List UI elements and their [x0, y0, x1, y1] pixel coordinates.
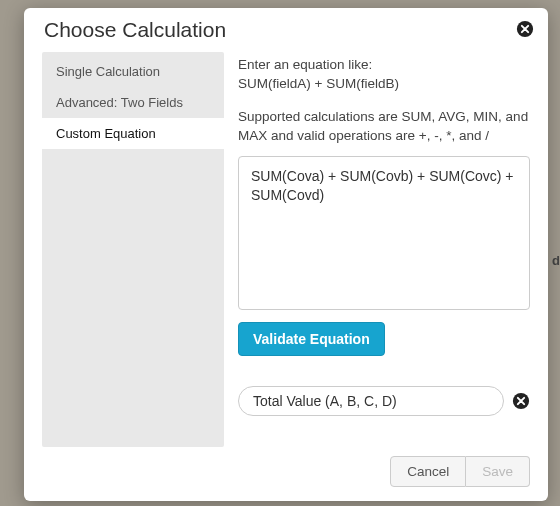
- dialog-body: Single Calculation Advanced: Two Fields …: [24, 52, 548, 446]
- calculation-type-sidebar: Single Calculation Advanced: Two Fields …: [42, 52, 224, 447]
- save-button: Save: [466, 456, 530, 487]
- calculation-label-input[interactable]: [238, 386, 504, 416]
- sidebar-item-advanced-two-fields[interactable]: Advanced: Two Fields: [42, 87, 224, 118]
- sidebar-item-label: Single Calculation: [56, 64, 160, 79]
- choose-calculation-dialog: Choose Calculation Single Calculation Ad…: [24, 8, 548, 501]
- instruction-text: Enter an equation like: SUM(fieldA) + SU…: [238, 56, 530, 94]
- instruction-line1: Enter an equation like:: [238, 57, 372, 72]
- close-icon: [512, 392, 530, 410]
- sidebar-item-custom-equation[interactable]: Custom Equation: [42, 118, 224, 149]
- instruction-line2: SUM(fieldA) + SUM(fieldB): [238, 76, 399, 91]
- supported-text: Supported calculations are SUM, AVG, MIN…: [238, 108, 530, 146]
- validate-equation-button[interactable]: Validate Equation: [238, 322, 385, 356]
- clear-label-button[interactable]: [512, 392, 530, 410]
- dialog-footer: Cancel Save: [24, 446, 548, 501]
- close-button[interactable]: [516, 20, 534, 38]
- equation-input[interactable]: [238, 156, 530, 310]
- sidebar-item-label: Custom Equation: [56, 126, 156, 141]
- dialog-title: Choose Calculation: [44, 18, 528, 42]
- dialog-header: Choose Calculation: [24, 8, 548, 52]
- close-icon: [516, 20, 534, 38]
- main-panel: Enter an equation like: SUM(fieldA) + SU…: [238, 52, 530, 446]
- sidebar-item-single-calculation[interactable]: Single Calculation: [42, 56, 224, 87]
- sidebar-item-label: Advanced: Two Fields: [56, 95, 183, 110]
- backdrop-text: d: [552, 253, 560, 268]
- cancel-button[interactable]: Cancel: [390, 456, 466, 487]
- label-row: [238, 386, 530, 416]
